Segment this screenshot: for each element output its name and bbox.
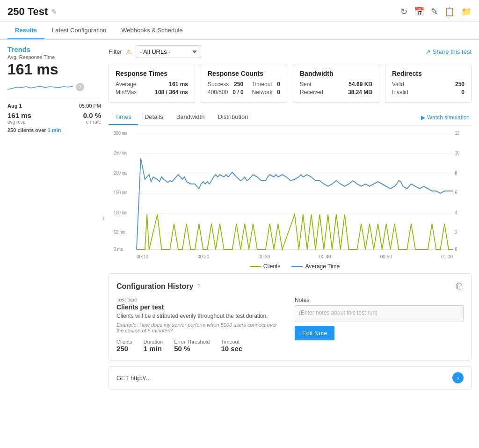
folder-icon[interactable]: 📁: [461, 7, 472, 17]
response-times-card: Response Times Average 161 ms Min/Max 10…: [109, 64, 195, 103]
svg-text:2: 2: [455, 229, 457, 235]
redirects-title: Redirects: [392, 70, 464, 77]
chart-container: 300 ms 250 ms 200 ms 150 ms 100 ms 50 ms…: [109, 130, 472, 266]
get-badge[interactable]: ›: [452, 372, 464, 383]
valid-key: Valid: [392, 81, 404, 88]
timeout-metric-value: 10 sec: [221, 345, 242, 353]
legend-clients: Clients: [250, 263, 281, 270]
stat-row-average: Average 161 ms: [116, 81, 188, 88]
stat-row-invalid: Invalid 0: [392, 89, 464, 95]
x-label-0050: 00:50: [380, 254, 392, 259]
stat-row-success: Success 250 Timeout 0: [208, 81, 280, 88]
svg-text:12: 12: [455, 130, 459, 136]
avg-val: 161 ms: [169, 81, 188, 88]
share-test-link[interactable]: ↗ Share this test: [425, 48, 472, 56]
filter-select[interactable]: - All URLs -: [136, 45, 201, 58]
config-metric-duration: Duration 1 min: [144, 339, 163, 353]
filter-bar: Filter ⚠ - All URLs - ↗ Share this test: [109, 45, 472, 58]
copy-icon[interactable]: 📋: [444, 7, 455, 17]
svg-text:6: 6: [455, 190, 457, 195]
response-counts-title: Response Counts: [208, 70, 280, 77]
notes-input[interactable]: (Enter notes about this test run): [295, 305, 464, 322]
play-icon: ▶: [421, 114, 425, 121]
stat-row-valid: Valid 250: [392, 81, 464, 88]
config-right: Notes (Enter notes about this test run) …: [295, 297, 464, 353]
sidebar-time: 05:00 PM: [79, 103, 101, 109]
page-title: 250 Test: [7, 6, 48, 18]
svg-text:0: 0: [455, 246, 457, 252]
tab-distribution[interactable]: Distribution: [211, 110, 254, 125]
duration-metric-label: Duration: [144, 339, 163, 345]
sidebar-info: Aug 1 05:00 PM: [7, 103, 101, 109]
timeout-metric-label: Timeout: [221, 339, 242, 345]
edit-note-button[interactable]: Edit Note: [295, 326, 334, 340]
avg-time-line: [137, 158, 453, 250]
trash-icon[interactable]: 🗑: [455, 281, 464, 291]
config-metric-error: Error Threshold 50 %: [174, 339, 210, 353]
tabs-bar: Results Latest Configuration Webhooks & …: [0, 22, 479, 40]
tab-details[interactable]: Details: [138, 110, 170, 125]
config-metric-clients: Clients 250: [116, 339, 132, 353]
err-value: 0.0 %: [83, 111, 101, 119]
x-label-0040: 00:40: [319, 254, 331, 259]
svg-text:100 ms: 100 ms: [114, 210, 127, 215]
sidebar-chevron-icon[interactable]: ›: [102, 213, 105, 222]
chart-tabs: Times Details Bandwidth Distribution ▶ W…: [109, 110, 472, 125]
config-desc: Clients will be distributed evenly throu…: [116, 313, 285, 319]
refresh-icon[interactable]: ↻: [400, 7, 407, 17]
edit-icon[interactable]: ✎: [431, 7, 438, 17]
tab-latest-config[interactable]: Latest Configuration: [44, 22, 114, 39]
config-example: Example: How does my server perform when…: [116, 322, 285, 333]
network-key: Network: [252, 89, 272, 95]
filter-warning-icon: ⚠: [126, 48, 132, 56]
chart-tabs-left: Times Details Bandwidth Distribution: [109, 110, 254, 125]
resp-label: avg resp: [7, 119, 31, 125]
config-title: Configuration History: [116, 282, 193, 291]
network-val: 0: [277, 89, 280, 95]
tab-webhooks[interactable]: Webhooks & Schedule: [114, 22, 190, 39]
tab-times[interactable]: Times: [109, 110, 138, 125]
config-header: Configuration History ? 🗑: [116, 281, 464, 291]
clients-legend-line: [250, 266, 261, 267]
clients-metric-label: Clients: [116, 339, 132, 345]
invalid-val: 0: [461, 89, 464, 95]
stats-row: Response Times Average 161 ms Min/Max 10…: [109, 64, 472, 103]
avg-time-legend-label: Average Time: [305, 263, 340, 270]
svg-text:8: 8: [455, 170, 457, 176]
svg-text:300 ms: 300 ms: [114, 130, 127, 136]
watch-simulation-link[interactable]: ▶ Watch simulation: [421, 114, 472, 121]
err-label: err rate: [83, 119, 101, 125]
minmax-val: 108 / 364 ms: [155, 89, 188, 95]
config-type-value: Clients per test: [116, 303, 285, 311]
400-val: 0 / 0: [232, 89, 243, 95]
error-metric-label: Error Threshold: [174, 339, 210, 345]
stat-row-minmax: Min/Max 108 / 364 ms: [116, 89, 188, 95]
tab-results[interactable]: Results: [7, 22, 44, 39]
response-times-title: Response Times: [116, 70, 188, 77]
config-metric-timeout: Timeout 10 sec: [221, 339, 242, 353]
config-help-icon[interactable]: ?: [197, 283, 200, 290]
avg-value: 161 ms: [7, 61, 101, 78]
resp-metric: 161 ms avg resp: [7, 111, 31, 125]
share-icon: ↗: [425, 48, 431, 56]
main-content: Trends Avg. Response Time 161 ms ? Aug 1…: [0, 40, 479, 395]
invalid-key: Invalid: [392, 89, 408, 95]
error-metric-value: 50 %: [174, 345, 210, 353]
svg-text:4: 4: [455, 210, 457, 215]
received-key: Received: [300, 89, 323, 95]
sparkline-help-icon[interactable]: ?: [76, 83, 84, 91]
bandwidth-title: Bandwidth: [300, 70, 372, 77]
duration-metric-value: 1 min: [144, 345, 163, 353]
stat-row-received: Received 38.24 MB: [300, 89, 372, 95]
clients-line: [137, 214, 453, 250]
success-val: 250: [234, 81, 243, 88]
bandwidth-card: Bandwidth Sent 54.69 KB Received 38.24 M…: [293, 64, 379, 103]
sparkline-area: ?: [7, 80, 101, 94]
watch-sim-text: Watch simulation: [427, 114, 470, 121]
tab-bandwidth[interactable]: Bandwidth: [170, 110, 211, 125]
title-edit-icon[interactable]: ✎: [51, 8, 57, 15]
sent-val: 54.69 KB: [348, 81, 372, 88]
sidebar-date: Aug 1: [7, 103, 22, 109]
legend-avg-time: Average Time: [291, 263, 340, 270]
calendar-icon[interactable]: 📅: [414, 7, 424, 17]
